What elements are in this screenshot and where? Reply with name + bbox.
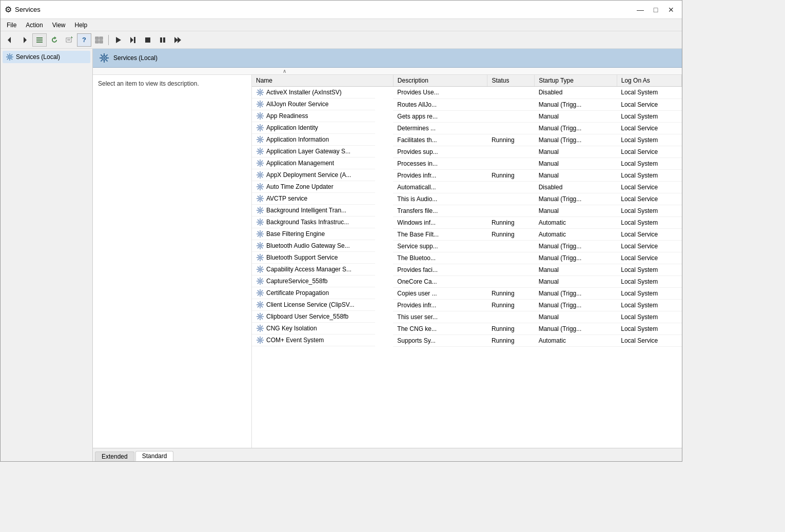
content-header-title: Services (Local) [113, 54, 158, 62]
table-row[interactable]: Background Tasks Infrastruc...Windows in… [252, 216, 682, 228]
svg-rect-12 [95, 41, 99, 43]
back-button[interactable] [3, 33, 17, 47]
minimize-button[interactable]: — [634, 5, 647, 15]
table-row[interactable]: ActiveX Installer (AxInstSV)Provides Use… [252, 87, 682, 99]
column-header-status[interactable]: Status [487, 75, 535, 87]
table-row[interactable]: Client License Service (ClipSV...Provide… [252, 299, 682, 311]
maximize-button[interactable]: □ [649, 5, 662, 15]
table-row[interactable]: Application IdentityDetermines ...Manual… [252, 122, 682, 134]
forward-button[interactable] [17, 33, 32, 47]
table-row[interactable]: Certificate PropagationCopies user ...Ru… [252, 287, 682, 299]
svg-line-31 [7, 58, 8, 60]
toolbar: ? [1, 31, 682, 49]
table-row[interactable]: AllJoyn Router ServiceRoutes AllJo...Man… [252, 98, 682, 110]
table-row[interactable]: Bluetooth Support ServiceThe Bluetoo...M… [252, 252, 682, 264]
table-row[interactable]: Clipboard User Service_558fbThis user se… [252, 311, 682, 323]
stop-button[interactable] [141, 33, 155, 47]
svg-line-137 [258, 196, 259, 197]
export-button[interactable] [62, 33, 76, 47]
service-status: Running [487, 323, 535, 334]
service-name: Capability Access Manager S... [266, 266, 351, 273]
menu-view[interactable]: View [48, 21, 70, 30]
svg-line-219 [262, 290, 263, 291]
up-button[interactable] [32, 33, 47, 47]
service-logon: Local Service [617, 122, 681, 134]
service-logon: Local System [617, 299, 681, 311]
table-row[interactable]: Background Intelligent Tran...Transfers … [252, 205, 682, 216]
table-row[interactable]: COM+ Event SystemSupports Sy...RunningAu… [252, 334, 682, 346]
service-startup: Manual (Trigg... [535, 122, 617, 134]
service-gear-icon [256, 206, 264, 214]
table-row[interactable]: AppX Deployment Service (A...Provides in… [252, 169, 682, 181]
column-header-logon[interactable]: Log On As [617, 75, 681, 87]
menu-action[interactable]: Action [22, 21, 47, 30]
table-row[interactable]: Base Filtering EngineThe Base Filt...Run… [252, 228, 682, 240]
column-header-description[interactable]: Description [393, 75, 487, 87]
svg-marker-1 [24, 37, 27, 43]
pause-button[interactable] [155, 33, 170, 47]
svg-line-198 [262, 271, 263, 272]
sidebar-item-label: Services (Local) [16, 53, 60, 61]
service-description: Provides sup... [393, 146, 487, 157]
svg-line-140 [258, 200, 259, 201]
svg-line-250 [258, 330, 259, 331]
refresh-button[interactable] [47, 33, 62, 47]
svg-line-178 [262, 247, 263, 248]
play2-button[interactable] [126, 33, 140, 47]
help-button[interactable]: ? [77, 33, 91, 47]
step-button[interactable] [170, 33, 185, 47]
service-description: Automaticall... [393, 181, 487, 193]
table-row[interactable]: CaptureService_558fbOneCore Ca...ManualL… [252, 275, 682, 287]
column-header-startup[interactable]: Startup Type [535, 75, 617, 87]
column-header-name[interactable]: Name [252, 75, 393, 87]
svg-line-148 [262, 212, 263, 213]
service-gear-icon [256, 171, 264, 179]
service-description: Provides infr... [393, 169, 487, 181]
table-row[interactable]: Auto Time Zone UpdaterAutomaticall...Dis… [252, 181, 682, 193]
svg-line-109 [262, 161, 263, 162]
svg-line-239 [262, 314, 263, 315]
svg-line-238 [262, 318, 263, 319]
svg-line-120 [258, 176, 259, 178]
menu-help[interactable]: Help [71, 21, 92, 30]
table-row[interactable]: Capability Access Manager S...Provides f… [252, 264, 682, 275]
svg-point-91 [260, 139, 261, 140]
close-button[interactable]: ✕ [664, 5, 678, 15]
main-content: Services (Local) [1, 49, 682, 461]
table-row[interactable]: App ReadinessGets apps re...ManualLocal … [252, 110, 682, 122]
service-startup: Manual [535, 311, 617, 323]
table-row[interactable]: AVCTP serviceThis is Audio...Manual (Tri… [252, 193, 682, 205]
table-row[interactable]: Application InformationFacilitates th...… [252, 134, 682, 146]
svg-line-118 [262, 176, 263, 178]
services-table-container[interactable]: Name Description Status Startup Type Log… [252, 75, 682, 448]
sidebar-item-services-local[interactable]: Services (Local) [3, 51, 90, 63]
svg-rect-16 [134, 37, 135, 43]
svg-point-101 [260, 151, 261, 152]
table-row[interactable]: Application Layer Gateway S...Provides s… [252, 146, 682, 157]
svg-rect-19 [163, 37, 165, 43]
service-status [487, 252, 535, 264]
svg-line-179 [262, 243, 263, 244]
service-logon: Local System [617, 205, 681, 216]
play-button[interactable] [111, 33, 125, 47]
service-name: Application Layer Gateway S... [266, 148, 350, 155]
service-description: Copies user ... [393, 287, 487, 299]
view-button[interactable] [92, 33, 106, 47]
tab-extended[interactable]: Extended [95, 451, 134, 461]
service-status [487, 98, 535, 110]
svg-line-197 [258, 267, 259, 268]
table-row[interactable]: Application ManagementProcesses in...Man… [252, 157, 682, 169]
table-row[interactable]: CNG Key IsolationThe CNG ke...RunningMan… [252, 323, 682, 334]
service-logon: Local System [617, 87, 681, 99]
step-icon [174, 36, 181, 44]
svg-point-191 [260, 257, 261, 258]
svg-line-207 [258, 279, 259, 280]
svg-point-23 [9, 56, 11, 58]
service-name: AllJoyn Router Service [266, 101, 328, 108]
services-local-icon [6, 53, 14, 61]
table-row[interactable]: Bluetooth Audio Gateway Se...Service sup… [252, 240, 682, 252]
tab-standard[interactable]: Standard [135, 451, 174, 461]
service-name: COM+ Event System [266, 337, 324, 344]
svg-line-39 [106, 60, 108, 62]
menu-file[interactable]: File [3, 21, 21, 30]
